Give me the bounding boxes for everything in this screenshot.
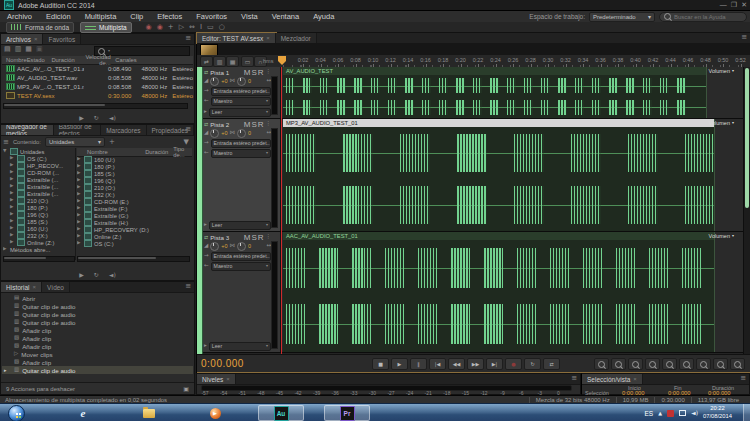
track-header[interactable]: ⇄Pista 2MSR⋮◢+0⋈0↔→Entrada estéreo prede…: [202, 119, 281, 231]
track-menu-icon[interactable]: ⋮: [266, 121, 272, 127]
menu-item[interactable]: Clip: [123, 12, 150, 21]
window-tray-icon[interactable]: [679, 410, 686, 416]
track-menu-icon[interactable]: ⋮: [266, 69, 272, 75]
volume-knob[interactable]: [210, 129, 219, 138]
drive-row[interactable]: ▶Online (Z:): [77, 233, 192, 240]
track-m-button[interactable]: M: [244, 68, 251, 77]
history-item[interactable]: ▥Quitar clip de audio: [2, 318, 193, 326]
menu-item[interactable]: Ventana: [265, 12, 307, 21]
right-scrollbar[interactable]: [743, 67, 750, 354]
marquee-tool-icon[interactable]: ▭: [207, 24, 214, 31]
zoom-tool-button[interactable]: [696, 358, 711, 370]
pan-knob[interactable]: [237, 77, 246, 86]
taskbar-button-premiere[interactable]: Pr: [324, 405, 370, 421]
track-m-button[interactable]: M: [244, 120, 251, 129]
tab-niveles[interactable]: Niveles×: [197, 374, 236, 384]
rewind-button[interactable]: ◀◀: [448, 358, 465, 370]
tab-historial[interactable]: Historial×: [1, 282, 42, 292]
automation-mode-dropdown[interactable]: Leer▾: [209, 108, 271, 117]
tree-item[interactable]: ▶160 (U:): [3, 225, 75, 232]
clip-automation-label[interactable]: Volumen▾: [709, 68, 734, 74]
tab-navegador-de-medios[interactable]: Navegador de medios: [1, 125, 54, 135]
speaker-tool-icon[interactable]: ◉: [146, 24, 152, 31]
razor-tool-icon[interactable]: ▷: [179, 24, 184, 31]
tab-favoritos[interactable]: Favoritos: [43, 34, 81, 44]
pan-knob[interactable]: [237, 129, 246, 138]
panel-menu-icon[interactable]: ≡: [571, 375, 577, 382]
track-input-dropdown[interactable]: Entrada estéreo predet...▾: [211, 252, 271, 261]
zoom-tool-button[interactable]: [662, 358, 677, 370]
automation-expand-icon[interactable]: ▸: [204, 109, 207, 115]
to-end-button[interactable]: ▶|: [486, 358, 503, 370]
import-file-icon[interactable]: ▥: [15, 46, 22, 53]
drive-row[interactable]: ▶160 (U:): [77, 156, 192, 163]
tree-item[interactable]: ▶232 (X:): [3, 232, 75, 239]
record-button[interactable]: ●: [505, 358, 522, 370]
tab-seleccion-vista[interactable]: Selección/vista×: [582, 374, 643, 384]
show-desktop-button[interactable]: [743, 404, 750, 421]
playhead-marker[interactable]: [278, 56, 286, 65]
track-input-dropdown[interactable]: Entrada estéreo predet...▾: [211, 87, 271, 96]
tree-item[interactable]: ▶OS (C:): [3, 155, 75, 162]
history-item[interactable]: ▧Añadir clip: [2, 342, 193, 350]
speaker-icon[interactable]: ◄): [691, 410, 698, 416]
tree-item-shortcuts[interactable]: ▶Métodos abre...: [3, 246, 75, 253]
move-tool-icon[interactable]: +: [168, 24, 174, 31]
monitor-tool-icon[interactable]: ◉: [157, 24, 163, 31]
history-item[interactable]: ▤Abrir: [2, 294, 193, 302]
audio-clip[interactable]: AAC_AV_AUDIO_TEST_01: [283, 232, 715, 352]
file-row[interactable]: AV_AUDIO_TEST.wav0:08.50848000 HzEstéreo: [2, 73, 193, 82]
clip-label[interactable]: AV_AUDIO_TEST: [283, 67, 706, 75]
panel-menu-icon[interactable]: ≡: [185, 35, 191, 42]
automation-mode-dropdown[interactable]: Leer▾: [209, 221, 271, 230]
tab-video[interactable]: Vídeo: [42, 282, 70, 292]
drive-row[interactable]: ▶Extraíble (H:): [77, 219, 192, 226]
multitrack-view-button[interactable]: Multipista: [80, 22, 131, 33]
file-row[interactable]: AAC_AV_..O_TEST_01.aac0:08.49048000 HzEs…: [2, 64, 193, 73]
fast-forward-button[interactable]: ▶▶: [467, 358, 484, 370]
stop-button[interactable]: ■: [372, 358, 389, 370]
history-item[interactable]: ▧Añadir clip: [2, 334, 193, 342]
autoplay-speaker-icon[interactable]: ◄): [109, 272, 116, 278]
files-hscrollbar[interactable]: [3, 103, 188, 109]
taskbar-button-internet-explorer[interactable]: e: [60, 405, 106, 421]
track-clip-zone[interactable]: AAC_AV_AUDIO_TEST_01Volumen▾: [282, 232, 744, 352]
zoom-tool-button[interactable]: [594, 358, 609, 370]
snap-clips-icon[interactable]: ▭: [241, 56, 254, 67]
insert-icon[interactable]: ▥: [213, 56, 226, 67]
audio-clip[interactable]: AV_AUDIO_TEST: [283, 67, 707, 118]
track-header[interactable]: ⇄Pista 1MSR⋮◢+0⋈0↔→Entrada estéreo prede…: [202, 67, 281, 118]
volume-knob[interactable]: [210, 242, 219, 251]
autoplay-speaker-icon[interactable]: ◄): [109, 115, 116, 121]
audio-clip[interactable]: MP3_AV_AUDIO_TEST_01: [283, 119, 715, 231]
panel-menu-icon[interactable]: ≡: [740, 375, 746, 382]
drive-row[interactable]: ▶210 (O:): [77, 184, 192, 191]
lasso-tool-icon[interactable]: ○: [219, 24, 225, 31]
tree-item[interactable]: ▶HP_RECOV...: [3, 162, 75, 169]
tab-marcadores[interactable]: Marcadores: [101, 125, 146, 135]
pan-knob[interactable]: [237, 242, 246, 251]
new-file-icon[interactable]: ▦: [25, 46, 32, 53]
tree-item[interactable]: ▶Extraíble (...: [3, 190, 75, 197]
loop-icon[interactable]: ↻: [94, 272, 99, 278]
help-search[interactable]: [659, 12, 747, 22]
panel-menu-icon[interactable]: ≡: [185, 126, 191, 133]
drive-row[interactable]: ▶196 (Q:): [77, 177, 192, 184]
delete-file-icon[interactable]: ▣: [36, 46, 43, 53]
drive-row[interactable]: ▶180 (P:): [77, 163, 192, 170]
to-start-button[interactable]: |◀: [429, 358, 446, 370]
track-output-dropdown[interactable]: Maestro▾: [211, 262, 271, 271]
playhead-line[interactable]: [281, 67, 282, 354]
waveform-view-button[interactable]: Forma de onda: [6, 22, 74, 33]
tab-editor-session[interactable]: Editor: TEST AV.sesx×: [197, 33, 276, 43]
tree-item[interactable]: ▶Extraíble (...: [3, 183, 75, 190]
list-view-icon[interactable]: ≡: [3, 139, 9, 146]
drive-row[interactable]: ▶Extraíble (F:): [77, 205, 192, 212]
track-output-dropdown[interactable]: Maestro▾: [211, 149, 271, 158]
clip-label[interactable]: AAC_AV_AUDIO_TEST_01: [283, 232, 714, 240]
window-controls[interactable]: — ❐ ✕: [720, 1, 747, 9]
slip-tool-icon[interactable]: ⇔: [189, 24, 195, 31]
left-scrollbar[interactable]: [197, 67, 203, 354]
history-item[interactable]: ▷Mover clips: [2, 350, 193, 358]
list-hscrollbar[interactable]: [77, 256, 190, 262]
